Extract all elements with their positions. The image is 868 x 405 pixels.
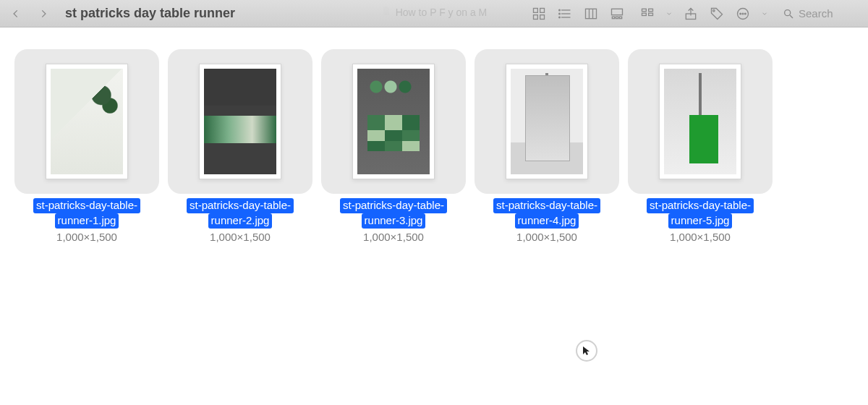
share-button[interactable] bbox=[683, 6, 699, 22]
columns-icon bbox=[584, 7, 598, 21]
file-dimensions: 1,000×1,500 bbox=[210, 231, 271, 243]
file-item[interactable]: st-patricks-day-table- runner-3.jpg 1,00… bbox=[321, 49, 466, 243]
chevron-left-icon bbox=[11, 9, 21, 19]
view-icon-grid-button[interactable] bbox=[531, 6, 547, 22]
file-item[interactable]: st-patricks-day-table- runner-4.jpg 1,00… bbox=[475, 49, 619, 243]
file-name[interactable]: st-patricks-day-table- runner-2.jpg bbox=[187, 198, 294, 229]
svg-point-9 bbox=[559, 17, 561, 18]
file-name[interactable]: st-patricks-day-table- runner-1.jpg bbox=[33, 198, 140, 229]
gallery-icon bbox=[610, 7, 624, 21]
thumbnail[interactable] bbox=[321, 49, 466, 194]
share-icon bbox=[684, 7, 698, 21]
file-item[interactable]: st-patricks-day-table- runner-5.jpg 1,00… bbox=[628, 49, 773, 243]
svg-rect-2 bbox=[534, 14, 538, 19]
list-icon bbox=[558, 7, 572, 21]
svg-line-28 bbox=[790, 15, 793, 18]
svg-point-25 bbox=[742, 13, 744, 14]
svg-rect-13 bbox=[612, 9, 623, 14]
svg-rect-16 bbox=[619, 17, 621, 18]
image-preview bbox=[511, 69, 583, 174]
background-window-title-text: How to P F y on a M bbox=[396, 7, 488, 18]
svg-rect-17 bbox=[642, 9, 647, 11]
svg-point-7 bbox=[559, 9, 561, 11]
file-item[interactable]: st-patricks-day-table- runner-1.jpg 1,00… bbox=[14, 49, 159, 243]
svg-rect-10 bbox=[586, 9, 597, 18]
document-icon bbox=[381, 6, 391, 18]
toolbar-actions: Search bbox=[531, 6, 858, 22]
more-menu-chevron[interactable] bbox=[761, 6, 768, 22]
chevron-right-icon bbox=[38, 9, 48, 19]
svg-rect-3 bbox=[540, 14, 545, 19]
svg-point-24 bbox=[740, 13, 741, 14]
search-field[interactable]: Search bbox=[778, 6, 858, 21]
file-dimensions: 1,000×1,500 bbox=[56, 231, 117, 243]
svg-rect-1 bbox=[540, 8, 545, 12]
search-icon bbox=[783, 8, 794, 20]
view-columns-button[interactable] bbox=[583, 6, 599, 22]
file-dimensions: 1,000×1,500 bbox=[670, 231, 731, 243]
file-grid[interactable]: st-patricks-day-table- runner-1.jpg 1,00… bbox=[0, 27, 868, 243]
group-icon bbox=[640, 7, 655, 21]
svg-point-27 bbox=[785, 9, 791, 15]
thumbnail[interactable] bbox=[628, 49, 773, 194]
toolbar: st patricks day table runner How to P F … bbox=[0, 0, 868, 27]
svg-rect-0 bbox=[534, 8, 538, 12]
file-dimensions: 1,000×1,500 bbox=[363, 231, 424, 243]
svg-rect-18 bbox=[649, 9, 653, 11]
tag-icon bbox=[710, 7, 724, 21]
thumbnail[interactable] bbox=[14, 49, 159, 194]
forward-button[interactable] bbox=[33, 4, 54, 23]
more-menu[interactable] bbox=[735, 6, 751, 22]
view-gallery-button[interactable] bbox=[609, 6, 625, 22]
cursor-indicator bbox=[576, 340, 597, 362]
image-preview bbox=[51, 69, 123, 174]
image-preview bbox=[204, 69, 276, 174]
svg-rect-15 bbox=[616, 17, 618, 18]
thumbnail[interactable] bbox=[475, 49, 619, 194]
thumbnail[interactable] bbox=[168, 49, 312, 194]
file-item[interactable]: st-patricks-day-table- runner-2.jpg 1,00… bbox=[168, 49, 312, 243]
group-menu[interactable] bbox=[639, 6, 655, 22]
grid-icon bbox=[532, 7, 546, 21]
back-button[interactable] bbox=[6, 4, 26, 23]
file-dimensions: 1,000×1,500 bbox=[516, 231, 577, 243]
file-name[interactable]: st-patricks-day-table- runner-3.jpg bbox=[340, 198, 447, 229]
svg-point-22 bbox=[713, 9, 715, 12]
svg-rect-20 bbox=[649, 13, 653, 15]
background-window-title: How to P F y on a M bbox=[381, 6, 488, 18]
cursor-icon bbox=[582, 346, 591, 356]
svg-point-26 bbox=[745, 13, 746, 14]
ellipsis-circle-icon bbox=[736, 7, 750, 21]
svg-rect-19 bbox=[642, 13, 647, 15]
chevron-down-icon bbox=[761, 7, 768, 21]
svg-point-8 bbox=[559, 13, 561, 14]
folder-title: st patricks day table runner bbox=[65, 6, 235, 21]
svg-rect-14 bbox=[612, 17, 614, 18]
view-list-button[interactable] bbox=[557, 6, 573, 22]
search-placeholder: Search bbox=[799, 7, 833, 20]
chevron-down-icon bbox=[665, 7, 673, 21]
image-preview bbox=[664, 69, 736, 174]
image-preview bbox=[357, 69, 430, 174]
tags-button[interactable] bbox=[709, 6, 725, 22]
file-name[interactable]: st-patricks-day-table- runner-5.jpg bbox=[647, 198, 754, 229]
file-name[interactable]: st-patricks-day-table- runner-4.jpg bbox=[493, 198, 600, 229]
group-menu-chevron[interactable] bbox=[665, 6, 673, 22]
